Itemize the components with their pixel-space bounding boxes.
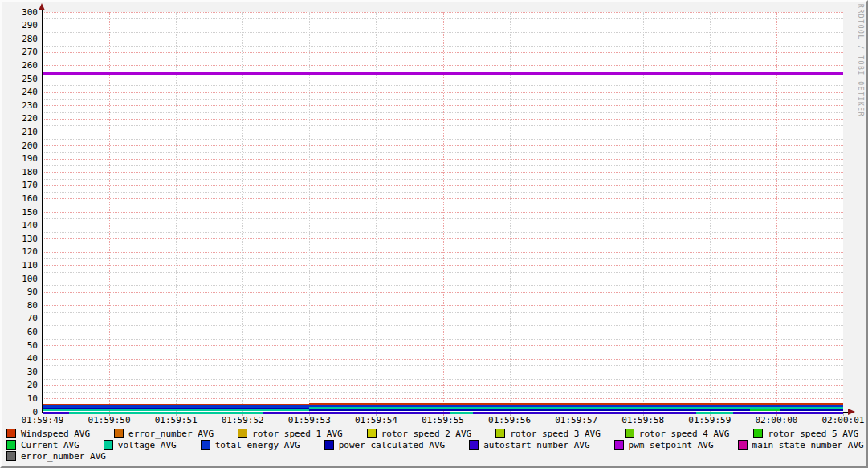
series-line-voltage-avg bbox=[69, 412, 263, 414]
watermark: RRDTOOL / TOBI OETIKER bbox=[857, 4, 864, 117]
legend-color-swatch bbox=[6, 440, 16, 450]
legend-item: rotor speed 4 AVG bbox=[625, 429, 730, 439]
y-axis-label: 30 bbox=[12, 367, 38, 377]
legend-color-swatch bbox=[738, 440, 748, 450]
series-line-voltage-avg bbox=[43, 409, 309, 411]
y-axis-label: 240 bbox=[12, 87, 38, 97]
legend-item: rotor speed 2 AVG bbox=[367, 429, 472, 439]
y-axis-label: 80 bbox=[12, 300, 38, 311]
legend-label: rotor speed 3 AVG bbox=[510, 429, 601, 439]
y-axis-label: 270 bbox=[12, 47, 38, 57]
legend-row: Windspeed AVGerror_number AVGrotor speed… bbox=[6, 428, 866, 439]
x-axis-label: 01:59:58 bbox=[621, 415, 666, 425]
legend-color-swatch bbox=[753, 429, 763, 438]
y-axis-label: 100 bbox=[12, 274, 38, 284]
x-axis-label: 01:59:52 bbox=[220, 415, 265, 425]
y-axis-label: 10 bbox=[12, 393, 38, 404]
y-axis-label: 300 bbox=[12, 7, 38, 18]
y-axis-label: 260 bbox=[12, 60, 38, 71]
y-axis-label: 210 bbox=[12, 127, 38, 137]
legend-item: pwm_setpoint AVG bbox=[614, 440, 714, 450]
legend-label: rotor speed 5 AVG bbox=[768, 429, 858, 439]
y-axis-label: 120 bbox=[12, 246, 38, 257]
legend-item: Windspeed AVG bbox=[6, 429, 90, 439]
legend-label: error_number AVG bbox=[21, 451, 106, 462]
x-axis-label: 01:59:51 bbox=[153, 415, 198, 425]
legend-item: rotor speed 5 AVG bbox=[753, 429, 858, 439]
legend-label: rotor speed 1 AVG bbox=[252, 429, 343, 439]
x-axis-label: 01:59:55 bbox=[421, 415, 466, 425]
y-axis-label: 90 bbox=[12, 287, 38, 297]
x-axis-label: 01:59:54 bbox=[353, 415, 398, 425]
legend-label: rotor speed 2 AVG bbox=[381, 429, 472, 439]
series-line-voltage-avg bbox=[450, 412, 473, 414]
y-axis-label: 130 bbox=[12, 234, 38, 244]
y-axis-label: 20 bbox=[12, 380, 38, 390]
y-axis-label: 140 bbox=[12, 220, 38, 230]
legend-color-swatch bbox=[6, 429, 16, 438]
legend-color-swatch bbox=[201, 440, 210, 450]
legend-label: power_calculated AVG bbox=[339, 440, 445, 450]
x-axis-label: 01:59:49 bbox=[20, 415, 65, 425]
x-axis-label: 01:59:59 bbox=[687, 415, 732, 425]
x-axis-label: 01:59:57 bbox=[554, 415, 599, 425]
legend: Windspeed AVGerror_number AVGrotor speed… bbox=[6, 428, 866, 462]
legend-label: pwm_setpoint AVG bbox=[629, 440, 714, 450]
y-axis-label: 290 bbox=[12, 20, 38, 31]
legend-item: main_state_number AVG bbox=[738, 440, 864, 450]
legend-item: error_number AVG bbox=[114, 429, 214, 439]
y-axis-label: 60 bbox=[12, 327, 38, 337]
legend-item: voltage AVG bbox=[104, 440, 177, 450]
y-axis-label: 190 bbox=[12, 153, 38, 164]
legend-label: error_number AVG bbox=[128, 429, 214, 439]
legend-label: main_state_number AVG bbox=[752, 440, 864, 450]
y-axis-arrow-icon bbox=[39, 3, 45, 10]
legend-item: rotor speed 1 AVG bbox=[238, 429, 343, 439]
legend-color-swatch bbox=[469, 440, 479, 450]
y-axis-label: 230 bbox=[12, 100, 38, 111]
y-axis-label: 150 bbox=[12, 207, 38, 218]
legend-label: Current AVG bbox=[21, 440, 79, 450]
legend-item: power_calculated AVG bbox=[324, 440, 445, 450]
legend-color-swatch bbox=[238, 429, 247, 438]
legend-row: Current AVGvoltage AVGtotal_energy AVGpo… bbox=[6, 439, 866, 450]
series-line-current-avg bbox=[750, 409, 780, 411]
legend-color-swatch bbox=[324, 440, 334, 450]
legend-item: rotor speed 3 AVG bbox=[495, 429, 601, 439]
legend-item: Current AVG bbox=[6, 440, 79, 450]
legend-label: autostart_number AVG bbox=[483, 440, 589, 450]
legend-label: Windspeed AVG bbox=[21, 429, 90, 439]
x-axis-label: 02:00:00 bbox=[754, 415, 799, 425]
legend-label: total_energy AVG bbox=[215, 440, 300, 450]
legend-color-swatch bbox=[625, 429, 634, 438]
y-axis-label: 180 bbox=[12, 167, 38, 177]
series-line-pwm_setpoint-avg bbox=[43, 72, 843, 75]
x-axis-label: 02:00:01 bbox=[821, 415, 866, 425]
y-axis-label: 170 bbox=[12, 180, 38, 190]
y-axis-label: 110 bbox=[12, 260, 38, 271]
y-axis-line bbox=[42, 9, 43, 413]
y-axis-label: 200 bbox=[12, 140, 38, 151]
x-axis-arrow-icon bbox=[848, 409, 855, 415]
y-axis-label: 160 bbox=[12, 193, 38, 204]
legend-color-swatch bbox=[114, 429, 124, 438]
y-axis-label: 50 bbox=[12, 340, 38, 351]
legend-item: autostart_number AVG bbox=[469, 440, 589, 450]
x-axis-label: 01:59:50 bbox=[87, 415, 132, 425]
y-axis-label: 70 bbox=[12, 313, 38, 324]
rrd-graph: 0102030405060708090100110120130140150160… bbox=[0, 0, 868, 468]
x-axis-label: 01:59:53 bbox=[287, 415, 332, 425]
x-axis-label: 01:59:56 bbox=[487, 415, 532, 425]
y-axis-label: 220 bbox=[12, 113, 38, 124]
legend-color-swatch bbox=[614, 440, 624, 450]
y-axis-label: 40 bbox=[12, 353, 38, 364]
legend-row: error_number AVG bbox=[6, 450, 866, 462]
legend-color-swatch bbox=[6, 451, 16, 461]
legend-item: error_number AVG bbox=[6, 451, 106, 462]
legend-color-swatch bbox=[495, 429, 505, 438]
legend-label: voltage AVG bbox=[118, 440, 177, 450]
legend-label: rotor speed 4 AVG bbox=[639, 429, 730, 439]
y-axis-label: 280 bbox=[12, 34, 38, 44]
legend-color-swatch bbox=[367, 429, 377, 438]
legend-color-swatch bbox=[104, 440, 113, 450]
